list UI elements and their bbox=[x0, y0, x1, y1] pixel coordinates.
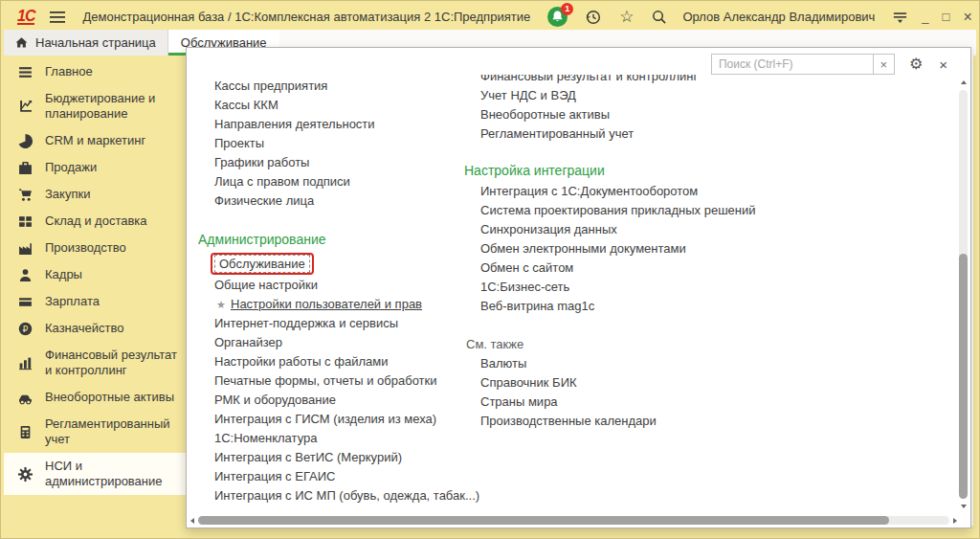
panel-search: × bbox=[711, 54, 895, 75]
horizontal-scrollbar[interactable] bbox=[198, 516, 949, 525]
cart-icon bbox=[18, 188, 33, 202]
sidebar-item-hr[interactable]: Кадры bbox=[4, 261, 186, 288]
menu-link[interactable]: Интернет-поддержка и сервисы bbox=[198, 314, 457, 333]
vertical-scroll-thumb[interactable] bbox=[959, 254, 968, 499]
panel-close-icon[interactable]: × bbox=[939, 57, 947, 72]
sidebar-item-regulated-accounting[interactable]: Регламентированный учет bbox=[4, 411, 186, 453]
sidebar-item-treasury[interactable]: ₽ Казначейство bbox=[4, 315, 186, 342]
red-highlight-box: Обслуживание bbox=[211, 253, 314, 275]
menu-link[interactable]: Веб-витрина mag1c bbox=[462, 297, 912, 316]
sidebar-item-budgeting[interactable]: Бюджетирование и планирование bbox=[4, 85, 186, 127]
menu-link[interactable]: Внеоборотные активы bbox=[462, 105, 912, 124]
connection-status-icon[interactable] bbox=[892, 11, 908, 24]
history-icon[interactable] bbox=[585, 9, 602, 26]
menu-link[interactable]: Кассы предприятия bbox=[198, 77, 457, 96]
sidebar-item-assets[interactable]: Внеоборотные активы bbox=[4, 384, 186, 411]
1c-logo-icon: 1С bbox=[17, 9, 34, 25]
menu-link[interactable]: Кассы ККМ bbox=[198, 96, 457, 115]
section-header-administration: Администрирование bbox=[198, 228, 457, 251]
sidebar-item-finance[interactable]: Финансовый результат и контроллинг bbox=[4, 342, 186, 384]
svg-text:₽: ₽ bbox=[23, 324, 29, 333]
sidebar-item-label: Кадры bbox=[45, 267, 82, 282]
menu-link[interactable]: Проекты bbox=[198, 134, 457, 153]
tab-home-label: Начальная страница bbox=[35, 35, 156, 50]
menu-link[interactable]: Обмен электронными документами bbox=[462, 239, 912, 258]
menu-link[interactable]: Интеграция с ВетИС (Меркурий) bbox=[198, 448, 457, 467]
menu-link[interactable]: Регламентированный учет bbox=[462, 124, 912, 144]
close-button[interactable]: × bbox=[963, 10, 971, 25]
search-clear-icon[interactable]: × bbox=[873, 55, 894, 74]
vertical-scrollbar[interactable] bbox=[959, 80, 968, 508]
horizontal-scroll-thumb[interactable] bbox=[198, 516, 889, 525]
scroll-left-arrow-icon[interactable] bbox=[190, 518, 194, 524]
scroll-up-arrow-icon[interactable] bbox=[961, 80, 967, 84]
sidebar-item-label: Финансовый результат и контроллинг bbox=[45, 348, 180, 378]
menu-link[interactable]: Органайзер bbox=[198, 333, 457, 352]
menu-link[interactable]: Производственные календари bbox=[462, 412, 912, 431]
menu-link[interactable]: Валюты bbox=[462, 354, 912, 373]
pie-chart-icon bbox=[18, 134, 33, 148]
menu-link[interactable]: Интеграция с 1С:Документооборотом bbox=[462, 182, 912, 201]
link-obsluzhivanie[interactable]: Обслуживание bbox=[214, 255, 310, 273]
minimize-button[interactable]: _ bbox=[922, 10, 928, 25]
menu-link[interactable]: Учет НДС и ВЭД bbox=[462, 86, 912, 105]
menu-link[interactable]: 1С:Бизнес-сеть bbox=[462, 278, 912, 297]
menu-link[interactable]: Интеграция с ЕГАИС bbox=[198, 467, 457, 486]
vertical-scroll-track[interactable] bbox=[959, 90, 968, 499]
sidebar-item-production[interactable]: Производство bbox=[4, 235, 186, 261]
sidebar-item-payroll[interactable]: Зарплата bbox=[4, 288, 186, 315]
menu-link[interactable]: Графики работы bbox=[198, 153, 457, 172]
sidebar-item-label: Закупки bbox=[45, 187, 90, 202]
menu-link[interactable]: Финансовый результат и контроллинг bbox=[462, 75, 912, 86]
menu-link[interactable]: Обмен с сайтом bbox=[462, 258, 912, 278]
section-header-integration: Настройка интеграции bbox=[462, 159, 912, 182]
menu-link-starred: ★ Настройки пользователей и прав bbox=[198, 295, 457, 314]
grid-icon bbox=[18, 214, 33, 229]
scroll-right-arrow-icon[interactable] bbox=[953, 518, 957, 524]
menu-link[interactable]: Настройки работы с файлами bbox=[198, 352, 457, 371]
scroll-down-arrow-icon[interactable] bbox=[961, 505, 967, 508]
tab-home-page[interactable]: Начальная страница bbox=[4, 30, 168, 56]
menu-link[interactable]: Интеграция с ГИСМ (изделия из меха) bbox=[198, 410, 457, 429]
notifications-bell-icon[interactable]: 1 bbox=[547, 7, 568, 27]
menu-link[interactable]: Синхронизация данных bbox=[462, 220, 912, 239]
favorites-star-icon[interactable]: ☆ bbox=[619, 9, 634, 25]
search-input[interactable] bbox=[712, 55, 873, 74]
current-user[interactable]: Орлов Александр Владимирович bbox=[682, 10, 875, 24]
menu-link[interactable]: 1С:Номенклатура bbox=[198, 429, 457, 448]
link-user-settings[interactable]: Настройки пользователей и прав bbox=[231, 295, 422, 314]
sidebar-item-purchases[interactable]: Закупки bbox=[4, 181, 186, 208]
gear-icon bbox=[18, 467, 33, 482]
menu-link[interactable]: Система проектирования прикладных решени… bbox=[462, 201, 912, 220]
sidebar-item-label: Зарплата bbox=[45, 294, 100, 309]
menu-link[interactable]: РМК и оборудование bbox=[198, 391, 457, 410]
sidebar-item-crm[interactable]: CRM и маркетинг bbox=[4, 127, 186, 154]
menu-link[interactable]: Направления деятельности bbox=[198, 115, 457, 134]
menu-link[interactable]: Интеграция с ИС МП (обувь, одежда, табак… bbox=[198, 486, 457, 505]
sidebar-item-warehouse[interactable]: Склад и доставка bbox=[4, 208, 186, 235]
menu-link[interactable]: Общие настройки bbox=[198, 276, 457, 295]
menu-link[interactable]: Лица с правом подписи bbox=[198, 172, 457, 191]
menu-link[interactable]: Страны мира bbox=[462, 393, 912, 412]
sidebar-item-label: Регламентированный учет bbox=[45, 416, 180, 447]
search-icon[interactable] bbox=[651, 9, 667, 25]
highlighted-row: Обслуживание bbox=[198, 251, 457, 276]
sidebar-item-main[interactable]: Главное bbox=[4, 58, 186, 85]
ledger-icon bbox=[18, 425, 33, 439]
favorite-star-icon[interactable]: ★ bbox=[214, 295, 231, 314]
ruble-icon: ₽ bbox=[18, 322, 33, 336]
panel-left-column: Кассы предприятия Кассы ККМ Направления … bbox=[198, 77, 457, 505]
function-menu-panel: × ⚙ × Кассы предприятия Кассы ККМ Направ… bbox=[186, 47, 971, 528]
horizontal-scroll-track[interactable] bbox=[198, 516, 949, 525]
sidebar-item-nsi-admin[interactable]: НСИ и администрирование bbox=[4, 453, 186, 495]
panel-settings-gear-icon[interactable]: ⚙ bbox=[909, 56, 923, 72]
menu-link[interactable]: Печатные формы, отчеты и обработки bbox=[198, 371, 457, 391]
sidebar-item-sales[interactable]: Продажи bbox=[4, 154, 186, 181]
menu-link[interactable]: Справочник БИК bbox=[462, 373, 912, 393]
see-also-header: См. также bbox=[462, 335, 912, 354]
maximize-button[interactable]: □ bbox=[943, 10, 950, 25]
panel-content: Кассы предприятия Кассы ККМ Направления … bbox=[187, 75, 955, 512]
sidebar-item-label: Бюджетирование и планирование bbox=[45, 91, 180, 122]
main-menu-icon[interactable] bbox=[50, 11, 65, 23]
menu-link[interactable]: Физические лица bbox=[198, 191, 457, 211]
